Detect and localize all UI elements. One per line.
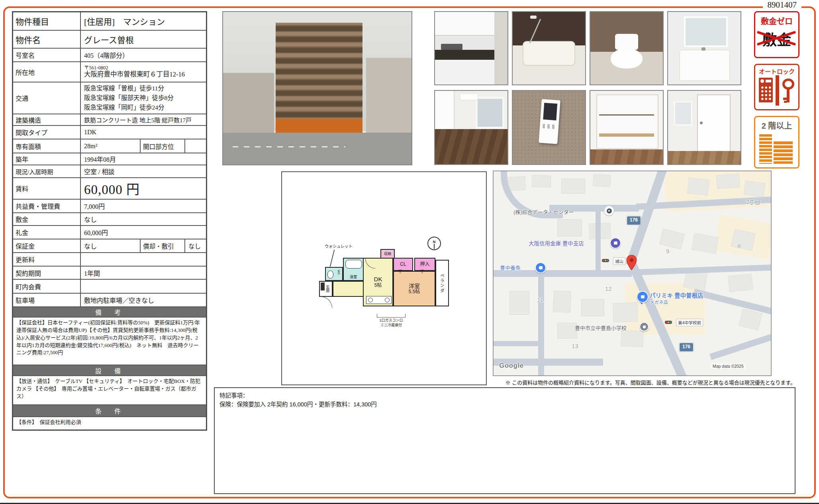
intercom-icon	[759, 78, 773, 102]
faucet	[701, 47, 705, 51]
property-table: 物件種目 [住居用] マンション 物件名 グレース曽根 号室名 405（4階部分…	[12, 11, 207, 431]
map-building	[728, 274, 753, 292]
toilet-bowl	[611, 48, 643, 69]
sink	[441, 44, 463, 50]
row-value: 〒561-0802 大阪府豊中市曽根東町６丁目12-16	[81, 62, 206, 82]
row-renewal-fee: 更新料	[13, 253, 206, 267]
dk-size: 5帖	[374, 283, 382, 288]
sliding-door-mark-icon: ▽	[398, 269, 402, 274]
floorplan: ウォシュレット N 収納 浴室 WC 玄関 DK 5帖	[317, 236, 469, 335]
row-value: 空室 / 相談	[81, 165, 206, 177]
map-block-number: 11	[537, 296, 543, 303]
kitchen-note-line-1: 1口ガスコンロ	[369, 318, 413, 323]
row-deposit: 敷金 なし	[13, 213, 206, 226]
room-entrance: 玄関	[319, 281, 333, 297]
lower-cabinet	[435, 60, 494, 84]
row-floor-area: 専有面積 28m² 開口部方位	[13, 139, 206, 153]
photo-building-exterior	[222, 11, 412, 165]
row-value: 敷地内駐車場／空きなし	[81, 294, 206, 306]
row-value: 60,000円	[81, 226, 206, 239]
conditions-text: 【条件】 保証会社利用必須	[13, 417, 206, 429]
row-layout-type: 間取タイプ 1DK	[13, 126, 206, 139]
section-bar-conditions: 条 件	[13, 405, 206, 417]
row-label: 敷金	[13, 213, 81, 225]
hallway	[333, 281, 364, 297]
row-value: 1994年08月	[81, 153, 206, 165]
map-block-number: 9	[666, 248, 669, 255]
row-label: 現況/入居時期	[13, 165, 81, 177]
row-label-2: 開口部方位	[141, 139, 185, 153]
room-wc: WC	[325, 267, 343, 281]
photo-entrance-door	[667, 90, 741, 165]
photo-room-interior	[434, 90, 508, 165]
row-address: 所在地 〒561-0802 大阪府豊中市曽根東町６丁目12-16	[13, 62, 206, 82]
row-value: なし	[81, 213, 206, 225]
room-closet: CL	[393, 258, 413, 271]
photo-washbasin	[667, 11, 741, 85]
postal-code: 〒561-0802	[84, 65, 108, 71]
map-road	[709, 332, 772, 360]
route-176-badge: 176	[679, 343, 694, 352]
poi-pin-icon	[604, 206, 614, 216]
bathtub	[523, 41, 575, 66]
equipment-text: 【放送・通信】 ケーブルTV 【セキュリティ】 オートロック・宅配BOX・防犯カ…	[13, 376, 206, 405]
bathtub-icon	[345, 260, 362, 269]
photo-intercom	[512, 90, 586, 165]
veranda-label: ベランダ	[440, 273, 445, 293]
row-label: 物件名	[13, 31, 81, 48]
badge-upper-floor-title: 2 階以上	[755, 120, 798, 131]
wood-floor	[435, 129, 507, 164]
wc-label: WC	[337, 270, 341, 275]
map-building	[509, 291, 529, 315]
google-logo: Google	[499, 362, 524, 370]
western-room-label: 洋室	[409, 283, 420, 289]
badge-autolock: オートロック	[754, 64, 799, 110]
map-building	[557, 219, 582, 237]
map-label-school: 豊中市立中豊島小学校	[575, 324, 627, 331]
row-label: 専有面積	[13, 139, 81, 153]
counter	[435, 50, 494, 60]
map-label-glasses-shop: パリミキ 豊中曽根店	[650, 291, 703, 299]
row-value: [住居用] マンション	[81, 12, 206, 30]
row-value: 阪急宝塚線「曽根」徒歩11分 阪急宝塚線「服部天神」徒歩8分 阪急宝塚線「岡町」…	[81, 82, 206, 114]
washlet-label: ウォシュレット	[325, 243, 353, 249]
property-listing-sheet: 8901407 物件種目 [住居用] マンション 物件名 グレース曽根 号室名 …	[0, 0, 819, 504]
row-built-year: 築年 1994年08月	[13, 153, 206, 165]
wood-floor	[668, 151, 741, 164]
row-key-money: 礼金 60,000円	[13, 226, 206, 239]
map-building	[561, 178, 585, 194]
badge-deposit-zero-title: 敷金ゼロ	[755, 15, 798, 27]
row-label: 所在地	[13, 62, 81, 82]
row-room-number: 号室名 405（4階部分）	[13, 49, 206, 62]
map-building	[744, 180, 766, 198]
note-bracket	[377, 314, 406, 318]
map-building	[553, 290, 571, 313]
row-rent: 賃料 60,000 円	[13, 178, 206, 200]
room-western: 洋室 5.5帖	[393, 271, 435, 306]
school-pin-icon	[639, 322, 649, 331]
shop-pin-icon	[535, 262, 546, 273]
row-label: 駐車場	[13, 294, 81, 306]
traffic-light-icon	[602, 259, 609, 262]
remarks-text: 【保証会社】日本セーフティー(初回保証料:賃料等の50%) 更新保証料1万円/年…	[13, 318, 206, 365]
location-map: (株)綜合データ・センター 176 大阪信用金庫 豊中支店 豊中養魚 城山 9 …	[493, 171, 772, 376]
bus-stop-dai4-chugakko: 第4中学校前	[676, 319, 703, 326]
row-value-2	[185, 139, 206, 153]
storefront-awning	[276, 119, 362, 132]
burner-icon	[385, 298, 390, 302]
map-building	[692, 233, 719, 254]
map-block-number: 12	[605, 285, 612, 292]
bank-pin-icon	[610, 237, 621, 249]
wall	[494, 12, 507, 84]
window	[476, 97, 504, 129]
toilet-icon	[327, 271, 333, 278]
row-label: 築年	[13, 153, 81, 165]
special-notes-title: 特記事項：	[219, 391, 790, 400]
shop-pin-icon	[637, 291, 649, 303]
small-window	[674, 101, 692, 126]
row-property-type: 物件種目 [住居用] マンション	[13, 12, 206, 31]
shower-head	[530, 16, 537, 19]
map-block-number: 13	[572, 343, 578, 349]
row-label: 礼金	[13, 226, 81, 239]
map-building	[613, 302, 638, 322]
